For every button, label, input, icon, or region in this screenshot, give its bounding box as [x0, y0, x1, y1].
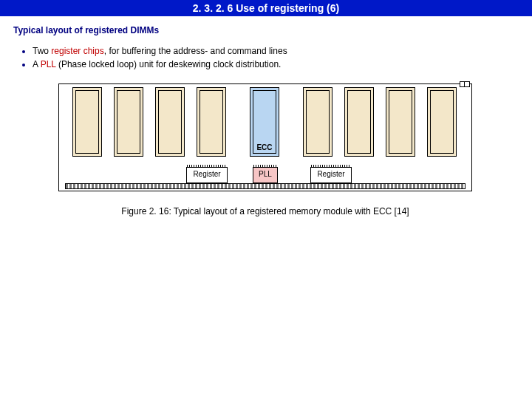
- bullet-item: Two register chips, for buffering the ad…: [33, 46, 517, 58]
- ecc-label: ECC: [250, 143, 279, 151]
- bullet-text: Two: [33, 46, 51, 56]
- bullet-highlight: register chips: [51, 46, 103, 56]
- dram-chip: [386, 87, 415, 157]
- register-chip: Register: [186, 167, 228, 183]
- dram-chip: [114, 87, 143, 157]
- dram-chip: [155, 87, 185, 157]
- bullet-list: Two register chips, for buffering the ad…: [13, 46, 517, 70]
- dram-chip: [197, 87, 226, 157]
- edge-contacts-icon: [65, 183, 466, 189]
- dram-chip: [303, 87, 332, 157]
- key-notch-icon: [464, 81, 470, 87]
- dram-chip: [344, 87, 374, 157]
- page-title: 2. 3. 2. 6 Use of registering (6): [0, 0, 532, 16]
- bullet-text: A: [33, 59, 41, 69]
- bullet-text: (Phase locked loop) unit for deskewing c…: [56, 59, 282, 69]
- bullet-text: , for buffering the address- and command…: [104, 46, 287, 56]
- figure-caption: Figure 2. 16: Typical layout of a regist…: [13, 206, 517, 216]
- section-subhead: Typical layout of registered DIMMs: [13, 25, 517, 35]
- bullet-highlight: PLL: [41, 59, 56, 69]
- page-body: Typical layout of registered DIMMs Two r…: [0, 16, 532, 216]
- dimm-diagram: ECC Register PLL Register: [58, 83, 472, 191]
- dram-chip: [72, 87, 102, 157]
- bullet-item: A PLL (Phase locked loop) unit for deske…: [33, 59, 517, 71]
- pll-chip: PLL: [253, 167, 278, 183]
- register-chip: Register: [310, 167, 352, 183]
- dimm-pcb: ECC Register PLL Register: [58, 83, 472, 191]
- dram-chip: [427, 87, 457, 157]
- ecc-chip: ECC: [250, 87, 279, 157]
